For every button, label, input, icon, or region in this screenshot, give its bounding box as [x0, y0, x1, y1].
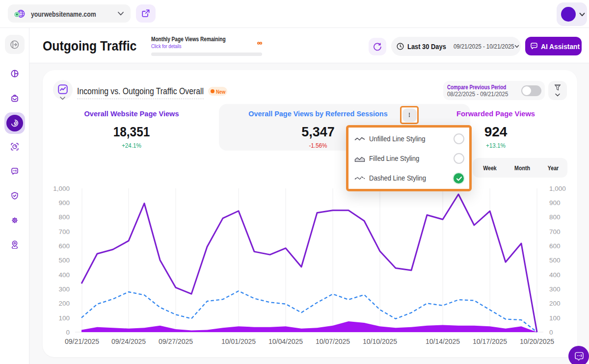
svg-text:200: 200 [549, 300, 561, 307]
svg-text:800: 800 [549, 213, 561, 221]
svg-text:1,000: 1,000 [53, 185, 70, 192]
svg-text:09/21/2025: 09/21/2025 [65, 338, 99, 345]
svg-text:10/10/2025: 10/10/2025 [363, 338, 397, 345]
svg-text:0: 0 [549, 329, 553, 336]
svg-text:500: 500 [58, 257, 70, 264]
svg-text:300: 300 [58, 286, 70, 293]
svg-text:1,000: 1,000 [549, 185, 566, 192]
svg-text:700: 700 [549, 228, 561, 235]
svg-text:10/14/2025: 10/14/2025 [426, 338, 460, 345]
svg-text:100: 100 [58, 314, 70, 322]
svg-text:09/27/2025: 09/27/2025 [159, 338, 193, 345]
svg-text:600: 600 [58, 242, 70, 250]
svg-text:10/17/2025: 10/17/2025 [473, 338, 507, 345]
svg-text:09/24/2025: 09/24/2025 [111, 338, 146, 345]
svg-text:700: 700 [58, 228, 70, 235]
svg-text:200: 200 [58, 300, 70, 307]
svg-text:100: 100 [549, 314, 561, 322]
svg-text:0: 0 [66, 329, 70, 336]
svg-text:10/20/2025: 10/20/2025 [520, 338, 554, 345]
svg-text:10/01/2025: 10/01/2025 [221, 338, 256, 345]
svg-text:500: 500 [549, 257, 561, 264]
svg-text:400: 400 [549, 271, 561, 279]
svg-text:400: 400 [58, 271, 70, 279]
svg-text:900: 900 [58, 199, 70, 207]
svg-text:10/04/2025: 10/04/2025 [268, 338, 303, 345]
svg-text:300: 300 [549, 286, 561, 293]
svg-text:800: 800 [58, 213, 70, 221]
svg-text:600: 600 [549, 242, 561, 250]
svg-text:10/07/2025: 10/07/2025 [316, 338, 350, 345]
svg-text:900: 900 [549, 199, 561, 207]
